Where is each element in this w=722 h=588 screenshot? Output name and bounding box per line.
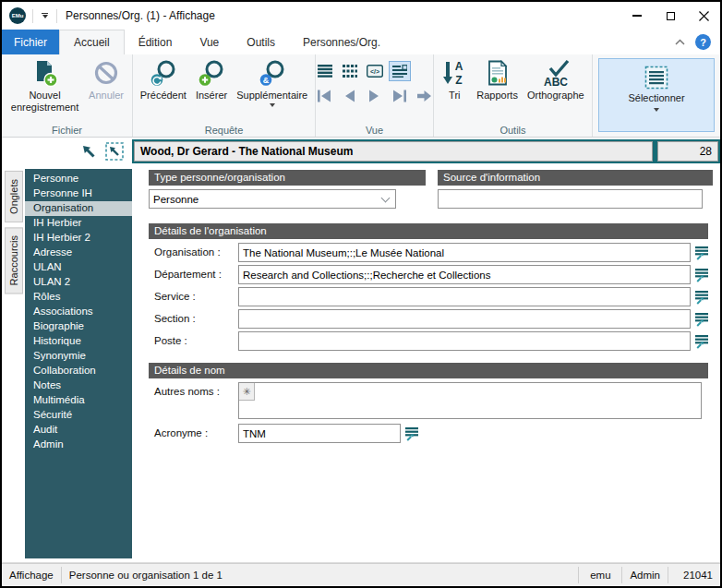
sidebar-item-ulan-2[interactable]: ULAN 2 [25,275,132,290]
select-icon [644,66,668,90]
app-window: EMu Personnes/Org. (1) - Affichage Fichi… [0,0,722,588]
details-view-button[interactable] [390,62,410,80]
new-record-button[interactable]: Nouvel enregistrement [6,57,84,122]
type-combobox-value: Personne [153,194,199,205]
sidebar-item-roles[interactable]: Rôles [25,290,132,305]
section-header-type: Type personne/organisation [149,170,426,186]
ribbon-group-select: Sélectionner [593,54,720,137]
emu-logo-icon[interactable]: EMu [9,7,26,24]
select-label: Sélectionner [628,92,684,103]
sidebar-item-notes[interactable]: Notes [25,378,132,393]
grid-new-row-cell[interactable]: ✳ [239,383,255,401]
departement-input[interactable] [238,265,691,284]
help-button[interactable]: ? [695,34,711,50]
maximize-button[interactable] [654,2,687,30]
sidebar-item-collaboration[interactable]: Collaboration [25,364,132,378]
insert-query-button[interactable]: Insérer [191,57,232,122]
minimize-button[interactable] [620,2,654,30]
service-input[interactable] [238,287,691,306]
chevron-down-icon [381,193,391,202]
first-record-button[interactable] [315,87,335,105]
previous-record-button[interactable] [340,87,360,105]
language-icon[interactable] [695,290,709,305]
sidebar-item-securite[interactable]: Sécurité [25,408,132,423]
sidebar-item-multimedia[interactable]: Multimédia [25,393,132,408]
spellcheck-button[interactable]: ABC Orthographe [523,57,589,122]
rail-tab-raccourcis[interactable]: Raccourcis [5,227,23,294]
sidebar-item-adresse[interactable]: Adresse [25,246,132,260]
view-mode-row: </> [315,62,435,80]
code-view-button[interactable]: </> [365,62,385,80]
list-view-button[interactable] [315,62,335,80]
sidebar-item-ih-herbier-2[interactable]: IH Herbier 2 [25,231,132,246]
field-label-organisation: Organisation : [154,243,238,262]
ribbon-group-fichier: Nouvel enregistrement Annuler Fichier [2,54,133,137]
source-input[interactable] [438,189,703,209]
select-button[interactable]: Sélectionner [598,58,715,132]
grid-view-button[interactable] [340,62,360,80]
field-row-poste: Poste : [154,331,709,351]
status-bar: Affichage Personne ou organisation 1 de … [2,563,720,586]
section-header-nom: Détails de nom [149,363,708,378]
language-icon[interactable] [695,246,709,260]
next-record-button[interactable] [365,87,385,105]
tab-outils[interactable]: Outils [233,30,289,54]
field-row-section: Section : [154,309,709,329]
type-combobox[interactable]: Personne [149,189,396,209]
sidebar-item-personne-ih[interactable]: Personne IH [25,186,132,201]
svg-text:A: A [455,60,463,73]
cancel-button[interactable]: Annuler [84,57,128,122]
goto-record-button[interactable] [415,87,435,105]
sidebar-item-audit[interactable]: Audit [25,423,132,438]
close-button[interactable] [687,2,720,30]
tab-vue[interactable]: Vue [186,30,233,54]
language-icon[interactable] [405,426,419,441]
group-label-requete: Requête [133,125,315,136]
field-label-section: Section : [154,309,238,329]
additional-query-icon: & [258,59,287,88]
record-header-row: Wood, Dr Gerard - The National Museum 28 [2,138,720,165]
tab-edition[interactable]: Édition [125,30,187,54]
collapse-ribbon-icon[interactable] [675,39,685,45]
sidebar-item-admin[interactable]: Admin [25,438,132,452]
sidebar-item-organisation[interactable]: Organisation [25,201,132,216]
svg-text:</>: </> [369,68,379,75]
sort-icon: A Z [441,59,467,88]
status-message: Personne ou organisation 1 de 1 [62,564,579,586]
additional-query-label: Supplémentaire [236,90,307,102]
svg-text:&: & [262,76,269,85]
sidebar-item-historique[interactable]: Historique [25,334,132,349]
reports-button[interactable]: Rapports [472,57,523,122]
tab-personnes-org[interactable]: Personnes/Org. [289,30,394,54]
field-row-departement: Département : [154,265,709,284]
tab-accueil[interactable]: Accueil [59,30,125,54]
sidebar-item-ulan[interactable]: ULAN [25,260,132,275]
previous-query-button[interactable]: Précédent [136,57,191,122]
select-tool-icon[interactable] [105,142,124,161]
sort-button[interactable]: A Z Tri [437,57,472,122]
poste-input[interactable] [238,331,691,351]
window-controls [620,2,720,30]
rail-tab-onglets[interactable]: Onglets [5,171,23,222]
quick-access-dropdown-icon[interactable] [40,10,50,22]
last-record-button[interactable] [390,87,410,105]
language-icon[interactable] [695,268,709,282]
group-label-vue: Vue [316,125,433,136]
other-names-grid[interactable]: ✳ [238,382,702,419]
sidebar-item-personne[interactable]: Personne [25,172,132,186]
status-number: 21041 [668,564,720,586]
cancel-icon [92,59,120,88]
section-input[interactable] [238,309,691,329]
additional-query-button[interactable]: & Supplémentaire [232,57,312,122]
sidebar-item-associations[interactable]: Associations [25,305,132,319]
tab-fichier[interactable]: Fichier [2,30,59,54]
acronym-input[interactable] [238,424,401,443]
sidebar-item-synonymie[interactable]: Synonymie [25,349,132,364]
sidebar-item-ih-herbier[interactable]: IH Herbier [25,216,132,231]
record-title: Wood, Dr Gerard - The National Museum [134,141,653,162]
language-icon[interactable] [695,312,709,327]
organisation-input[interactable] [238,243,691,262]
pointer-tool-icon[interactable] [81,144,97,160]
language-icon[interactable] [695,334,709,349]
sidebar-item-biographie[interactable]: Biographie [25,319,132,334]
